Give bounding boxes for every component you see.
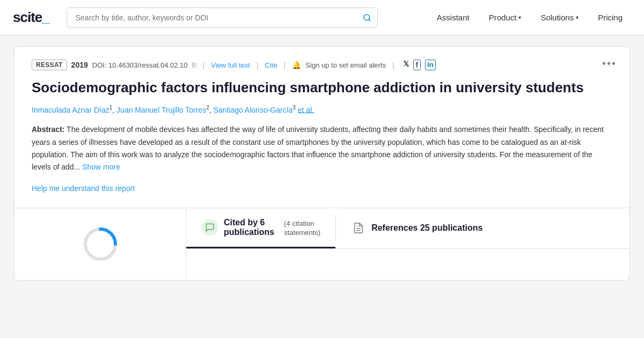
logo: scite_ [13,9,49,26]
search-bar-container [67,8,378,28]
search-input[interactable] [67,8,378,28]
tabs-right: Cited by 6 publications (4 citation stat… [186,208,630,280]
view-full-text-link[interactable]: View full text [211,61,250,69]
facebook-icon[interactable]: f [413,60,421,70]
linkedin-icon[interactable]: in [425,60,436,70]
references-label: References 25 publications [371,223,482,233]
doi-value: 10.46303/ressat.04.02.10 [108,61,187,69]
cited-by-labels: Cited by 6 publications [224,218,274,237]
navbar: scite_ Assistant Product ▾ Solutions ▾ P… [0,0,644,35]
svg-line-1 [369,19,370,21]
bell-icon: 🔔 [292,61,301,69]
author-3[interactable]: Santiago Alonso-García [213,105,292,114]
cite-link[interactable]: Cite [265,61,277,69]
authors-row: Inmaculada Aznar Díaz1, Juan Manuel Truj… [32,105,612,114]
search-icon [363,13,371,22]
logo-underscore: _ [42,9,49,25]
twitter-icon[interactable]: 𝕏 [403,60,409,70]
et-al-link[interactable]: et al. [298,105,314,114]
email-alert-text: Sign up to set email alerts [305,61,386,69]
main-content: RESSAT 2019 DOI: 10.46303/ressat.04.02.1… [5,35,639,291]
tab-cited-by[interactable]: Cited by 6 publications (4 citation stat… [186,208,335,248]
cited-by-sub-label: publications [224,227,274,237]
author-1[interactable]: Inmaculada Aznar Díaz [32,105,109,114]
loading-arc-icon [82,225,119,263]
publication-year: 2019 [71,61,88,69]
document-icon [351,221,366,236]
chart-loading-placeholder [14,208,186,280]
help-understand-link[interactable]: Help me understand this report [32,184,135,193]
search-button[interactable] [363,13,371,22]
paper-card: RESSAT 2019 DOI: 10.46303/ressat.04.02.1… [14,46,630,281]
tab-references[interactable]: References 25 publications [336,208,497,248]
meta-row: RESSAT 2019 DOI: 10.46303/ressat.04.02.1… [32,60,612,70]
bottom-tabs-section: Cited by 6 publications (4 citation stat… [14,208,630,280]
nav-product[interactable]: Product ▾ [480,9,530,26]
citation-statements-label: (4 citation statements) [284,218,320,237]
paper-inner: RESSAT 2019 DOI: 10.46303/ressat.04.02.1… [14,47,630,208]
tabs-header: Cited by 6 publications (4 citation stat… [186,208,630,249]
nav-links: Assistant Product ▾ Solutions ▾ Pricing [428,9,631,26]
cited-by-main-label: Cited by 6 [224,218,274,227]
more-options-button[interactable]: ••• [602,57,617,70]
nav-solutions[interactable]: Solutions ▾ [532,9,587,26]
doi-label: DOI: 10.46303/ressat.04.02.10 [92,61,188,69]
nav-pricing[interactable]: Pricing [589,9,631,26]
product-chevron-icon: ▾ [518,14,521,20]
chat-bubble-icon [201,219,218,236]
journal-badge: RESSAT [32,60,67,70]
copy-icon[interactable]: ⎘ [192,61,196,69]
author-2[interactable]: Juan Manuel Trujillo Torres [116,105,206,114]
show-more-link[interactable]: Show more [82,163,120,171]
abstract-text: Abstract: The development of mobile devi… [32,123,612,173]
social-icons: 𝕏 f in [403,60,436,70]
paper-title: Sociodemographic factors influencing sma… [32,79,612,97]
nav-assistant[interactable]: Assistant [428,9,478,26]
abstract-label: Abstract: [32,125,64,134]
solutions-chevron-icon: ▾ [576,14,579,20]
